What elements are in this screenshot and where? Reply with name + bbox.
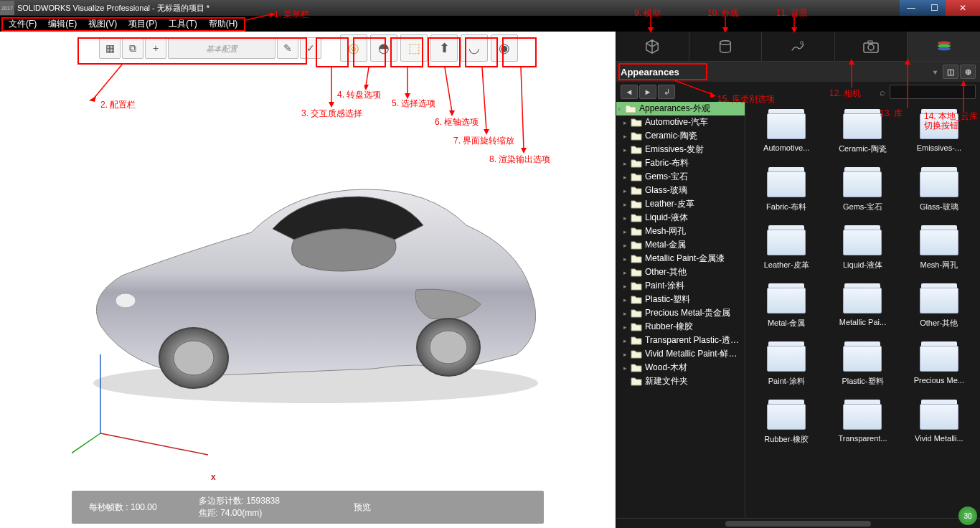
tree-item-label: Precious Metal-贵金属 — [645, 307, 730, 319]
grid-item-label: Vivid Metalli... — [915, 434, 963, 443]
grid-item-label: Metallic Pai... — [839, 318, 886, 326]
tree-item[interactable]: ▸Gems-宝石 — [616, 170, 745, 184]
grid-item[interactable]: Gems-宝石 — [827, 166, 897, 212]
tree-item[interactable]: ▸Vivid Metallic Paint-鲜艳金属漆 — [616, 347, 745, 361]
group-btn-2[interactable]: ⧉ — [122, 37, 143, 59]
tab-camera[interactable] — [835, 32, 908, 61]
menu-view[interactable]: 视图(V) — [83, 16, 123, 32]
tree-item[interactable]: ▸Transparent Plastic-透明塑料 — [616, 334, 745, 347]
viewport-canvas[interactable]: x 每秒帧数 : 100.00 多边形计数: 1593838 焦距: 74.00… — [0, 32, 616, 528]
grid-item[interactable]: Liquid-液体 — [827, 224, 897, 270]
tab-model[interactable] — [616, 32, 689, 61]
cube-icon — [644, 39, 660, 55]
grid-item[interactable]: Vivid Metalli... — [904, 398, 974, 445]
check-button[interactable]: ✓ — [300, 37, 321, 59]
tree-item-label: Leather-皮革 — [645, 198, 694, 210]
grid-item[interactable]: Metallic Pai... — [827, 282, 897, 329]
folder-icon — [920, 340, 958, 372]
add-button[interactable]: + — [145, 37, 166, 59]
grid-item[interactable]: Metal-金属 — [751, 282, 821, 329]
tree-item-label: Emissives-发射 — [645, 143, 704, 156]
tree-item[interactable]: ▸Leather-皮革 — [616, 197, 745, 211]
library-grid[interactable]: Automotive...Ceramic-陶瓷Emissives-...Fabr… — [745, 102, 980, 518]
edit-button[interactable]: ✎ — [277, 37, 298, 59]
tree-item[interactable]: ▸Automotive-汽车 — [616, 116, 745, 129]
turntable-button[interactable]: ◓ — [370, 34, 397, 62]
grid-item[interactable]: Precious Me... — [904, 340, 974, 387]
grid-item-label: Plastic-塑料 — [842, 376, 883, 387]
menu-tools[interactable]: 工具(T) — [163, 16, 202, 32]
grid-item[interactable]: Ceramic-陶瓷 — [827, 108, 897, 154]
dropdown-caret-icon[interactable]: ▾ — [933, 68, 937, 76]
tree-item[interactable]: ▸Precious Metal-贵金属 — [616, 306, 745, 320]
library-body: ▾ Appearances-外观 ▸Automotive-汽车▸Ceramic-… — [616, 102, 980, 518]
nav-back-button[interactable]: ◄ — [621, 85, 638, 99]
grid-item[interactable]: Transparent... — [827, 398, 897, 445]
right-panel: Appearances ▾ ◫ ⊕ ◄ ► ↲ ⌕ ▾ Appearances-… — [616, 32, 980, 528]
grid-item[interactable]: Leather-皮革 — [751, 224, 821, 270]
nav-fwd-button[interactable]: ► — [639, 85, 656, 99]
grid-item[interactable]: Glass-玻璃 — [904, 166, 974, 212]
orbit-zoom-button[interactable]: ◡ — [461, 34, 488, 62]
tree-item[interactable]: ▸Glass-玻璃 — [616, 184, 745, 197]
group-btn-1[interactable]: ▦ — [99, 37, 121, 59]
status-mid: 多边形计数: 1593838 焦距: 74.00(mm) — [199, 495, 308, 519]
tree-item[interactable]: ▸Metallic Paint-金属漆 — [616, 252, 745, 265]
tab-appearance[interactable] — [689, 32, 763, 61]
minimize-button[interactable]: — — [900, 0, 923, 16]
close-button[interactable]: ✕ — [946, 0, 980, 16]
grid-item[interactable]: Automotive... — [751, 108, 821, 154]
tree-root-label: Appearances-外观 — [639, 103, 710, 115]
grid-item[interactable]: Paint-涂料 — [751, 340, 821, 387]
tree-item[interactable]: ▸Liquid-液体 — [616, 211, 745, 225]
menu-file[interactable]: 文件(F) — [3, 16, 42, 32]
grid-item[interactable]: Rubber-橡胶 — [751, 398, 821, 445]
interactive-quality-button[interactable]: ◎ — [340, 34, 367, 62]
tab-scene[interactable] — [762, 32, 835, 61]
grid-item-label: Glass-玻璃 — [920, 202, 958, 212]
config-input[interactable]: 基本配置 — [168, 37, 275, 59]
tab-library[interactable] — [908, 32, 980, 61]
library-tree[interactable]: ▾ Appearances-外观 ▸Automotive-汽车▸Ceramic-… — [616, 102, 745, 518]
tree-item[interactable]: ▸Plastic-塑料 — [616, 293, 745, 306]
maximize-button[interactable]: ☐ — [923, 0, 946, 16]
pivot-button[interactable]: ⬆ — [430, 34, 458, 62]
cylinder-icon — [717, 39, 733, 55]
tree-item[interactable]: ▸Other-其他 — [616, 265, 745, 279]
grid-item[interactable]: Other-其他 — [904, 282, 974, 329]
folder-icon — [843, 398, 882, 430]
tree-item[interactable]: ▸Mesh-网孔 — [616, 225, 745, 238]
nav-up-button[interactable]: ↲ — [658, 85, 675, 99]
tree-item[interactable]: ▸Metal-金属 — [616, 238, 745, 252]
library-header: Appearances ▾ ◫ ⊕ — [616, 62, 980, 82]
folder-icon — [920, 166, 958, 197]
menu-edit[interactable]: 编辑(E) — [42, 16, 83, 32]
tree-root[interactable]: ▾ Appearances-外观 — [616, 102, 745, 116]
menu-project[interactable]: 项目(P) — [123, 16, 163, 32]
tree-item[interactable]: ▸Ceramic-陶瓷 — [616, 129, 745, 143]
grid-item[interactable]: Mesh-网孔 — [904, 224, 974, 270]
svg-point-24 — [801, 41, 804, 44]
tree-item[interactable]: ▸Rubber-橡胶 — [616, 320, 745, 334]
grid-item[interactable]: Emissives-... — [904, 108, 974, 154]
tree-item-label: 新建文件夹 — [645, 375, 688, 387]
local-lib-button[interactable]: ◫ — [943, 65, 958, 79]
grid-item-label: Metal-金属 — [768, 318, 806, 329]
cloud-lib-button[interactable]: ⊕ — [960, 65, 976, 79]
select-button[interactable]: ⬚ — [400, 34, 428, 62]
folder-icon — [843, 108, 882, 139]
tree-item[interactable]: ▸Fabric-布料 — [616, 156, 745, 170]
grid-item[interactable]: Fabric-布料 — [751, 166, 821, 212]
grid-item-label: Automotive... — [763, 143, 809, 152]
menu-help[interactable]: 帮助(H) — [203, 16, 244, 32]
tree-item[interactable]: ▸Emissives-发射 — [616, 143, 745, 156]
library-title: Appearances — [621, 67, 679, 77]
tree-scrollbar[interactable] — [616, 518, 980, 528]
tree-item[interactable]: ▸Paint-涂料 — [616, 279, 745, 293]
library-search-input[interactable] — [890, 85, 976, 99]
svg-line-8 — [72, 433, 100, 473]
tree-item[interactable]: ▸Wood-木材 — [616, 361, 745, 374]
render-output-button[interactable]: ◉ — [491, 34, 518, 62]
tree-item[interactable]: 新建文件夹 — [616, 374, 745, 388]
grid-item[interactable]: Plastic-塑料 — [827, 340, 897, 387]
